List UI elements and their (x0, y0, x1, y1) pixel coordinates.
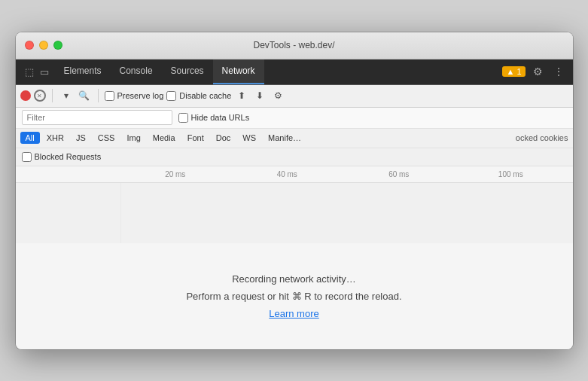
type-xhr[interactable]: XHR (41, 132, 69, 144)
blocked-requests-label[interactable]: Blocked Requests (22, 152, 102, 162)
maximize-button[interactable] (53, 41, 62, 50)
type-bar: All XHR JS CSS Img Media Font Doc (16, 129, 573, 148)
tl-20ms: 20 ms (120, 170, 232, 178)
disable-cache-label[interactable]: Disable cache (166, 91, 231, 101)
type-manifest[interactable]: Manife… (263, 132, 306, 144)
type-js[interactable]: JS (71, 132, 91, 144)
learn-more-link[interactable]: Learn more (269, 308, 318, 319)
window-title: DevTools - web.dev/ (253, 40, 334, 50)
preserve-log-label[interactable]: Preserve log (105, 91, 164, 101)
filter-bar: Hide data URLs (16, 108, 573, 129)
network-left-panel (16, 183, 121, 243)
blocked-cookies: ocked cookies (516, 133, 568, 142)
tabs-right: ▲ 1 ⚙ ⋮ (496, 59, 572, 84)
empty-state: Recording network activity… Perform a re… (16, 243, 573, 349)
separator-1 (52, 89, 53, 102)
tab-console[interactable]: Console (111, 59, 162, 84)
empty-title: Recording network activity… (232, 273, 356, 285)
toolbar: ✕ ▾ 🔍 Preserve log Disable cache ⬆ ⬇ ⚙ (16, 85, 573, 108)
type-ws[interactable]: WS (237, 132, 261, 144)
device-icon[interactable]: ▭ (38, 65, 50, 79)
separator-2 (98, 89, 99, 102)
timeline-header: 20 ms 40 ms 60 ms 100 ms (16, 166, 573, 183)
disable-cache-checkbox[interactable] (166, 91, 176, 101)
tab-network[interactable]: Network (213, 59, 264, 84)
tl-60ms: 60 ms (343, 170, 455, 178)
hide-data-urls-checkbox[interactable] (178, 113, 188, 123)
import-button[interactable]: ⬆ (234, 88, 249, 103)
search-button[interactable]: 🔍 (77, 88, 92, 103)
toolbar-settings-button[interactable]: ⚙ (270, 88, 285, 103)
empty-desc: Perform a request or hit ⌘ R to record t… (186, 291, 401, 302)
type-doc[interactable]: Doc (211, 132, 236, 144)
titlebar: DevTools - web.dev/ (16, 32, 573, 59)
blocked-requests-checkbox[interactable] (22, 152, 32, 162)
tab-elements[interactable]: Elements (55, 59, 111, 84)
filter-button[interactable]: ▾ (59, 88, 74, 103)
type-bar-right: ocked cookies (516, 133, 568, 142)
minimize-button[interactable] (39, 41, 48, 50)
close-button[interactable] (25, 41, 34, 50)
type-font[interactable]: Font (182, 132, 209, 144)
filter-input[interactable] (22, 110, 172, 125)
record-button[interactable] (20, 90, 31, 101)
tab-controls: ⬚ ▭ (19, 59, 55, 84)
warning-badge[interactable]: ▲ 1 (502, 66, 525, 77)
network-grid (16, 183, 573, 243)
export-button[interactable]: ⬇ (252, 88, 267, 103)
cursor-icon[interactable]: ⬚ (23, 65, 35, 79)
tl-100ms: 100 ms (455, 170, 567, 178)
blocked-bar: Blocked Requests (16, 148, 573, 166)
type-css[interactable]: CSS (93, 132, 120, 144)
tl-40ms: 40 ms (231, 170, 343, 178)
devtools-window: DevTools - web.dev/ ⬚ ▭ Elements Console… (16, 32, 573, 349)
type-all[interactable]: All (20, 132, 40, 144)
hide-data-urls-label[interactable]: Hide data URLs (178, 113, 250, 123)
more-tab-icon[interactable]: ⋮ (550, 64, 567, 79)
tabs-bar: ⬚ ▭ Elements Console Sources Network ▲ 1… (16, 59, 573, 85)
type-media[interactable]: Media (148, 132, 181, 144)
stop-button[interactable]: ✕ (34, 90, 46, 102)
network-right-panel (121, 183, 573, 243)
settings-tab-icon[interactable]: ⚙ (530, 64, 546, 79)
devtools-body: ⬚ ▭ Elements Console Sources Network ▲ 1… (16, 59, 573, 349)
type-img[interactable]: Img (121, 132, 145, 144)
preserve-log-checkbox[interactable] (105, 91, 114, 101)
window-controls (25, 41, 62, 50)
tab-sources[interactable]: Sources (162, 59, 213, 84)
